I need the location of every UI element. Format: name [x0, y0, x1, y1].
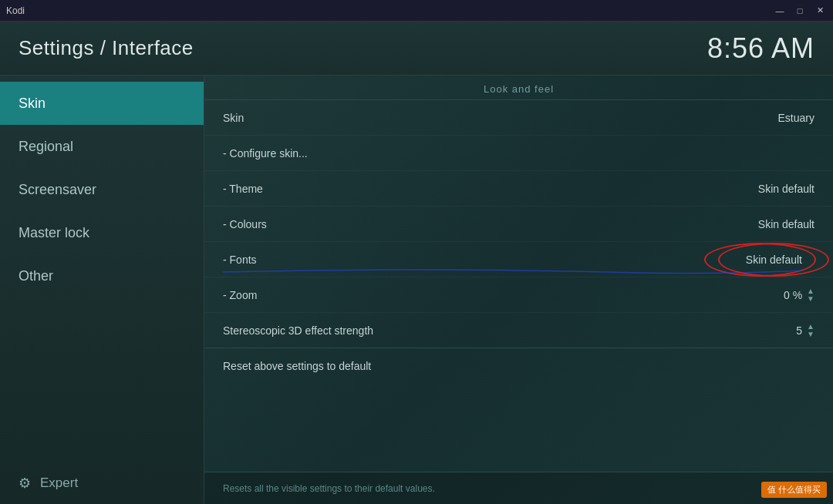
gear-icon: ⚙ — [19, 475, 31, 492]
watermark-text: 值 什么值得买 — [767, 484, 821, 496]
expert-label: Expert — [40, 475, 78, 491]
sidebar-item-regional-label: Regional — [19, 139, 73, 155]
stereo-down-arrow[interactable]: ▼ — [807, 331, 814, 338]
stereo-arrows[interactable]: ▲ ▼ — [807, 323, 814, 338]
setting-value-skin: Estuary — [778, 112, 814, 124]
setting-label-fonts: - Fonts — [223, 254, 257, 266]
bottom-bar: Resets all the visible settings to their… — [204, 472, 833, 504]
minimize-button[interactable]: — — [773, 4, 787, 18]
setting-label-skin: Skin — [223, 112, 244, 124]
setting-row-colours[interactable]: - Colours Skin default — [204, 207, 833, 242]
setting-value-stereo: 5 — [796, 324, 802, 337]
setting-value-zoom: 0 % — [784, 289, 802, 301]
setting-row-theme[interactable]: - Theme Skin default — [204, 171, 833, 207]
close-button[interactable]: ✕ — [813, 4, 827, 18]
sidebar: Skin Regional Screensaver Master lock Ot… — [0, 76, 204, 504]
setting-value-colours: Skin default — [758, 218, 814, 230]
setting-label-theme: - Theme — [223, 183, 263, 195]
page-title: Settings / Interface — [19, 36, 194, 60]
settings-list: Skin Estuary - Configure skin... - Theme… — [204, 100, 833, 472]
setting-row-configure-skin[interactable]: - Configure skin... — [204, 136, 833, 171]
zoom-control: 0 % ▲ ▼ — [784, 287, 814, 303]
setting-label-reset: Reset above settings to default — [223, 360, 371, 372]
setting-row-skin[interactable]: Skin Estuary — [204, 100, 833, 136]
restore-button[interactable]: □ — [793, 4, 807, 18]
stereo-control: 5 ▲ ▼ — [796, 323, 814, 338]
zoom-down-arrow[interactable]: ▼ — [807, 295, 814, 303]
setting-row-zoom[interactable]: - Zoom 0 % ▲ ▼ — [204, 277, 833, 313]
setting-value-theme: Skin default — [758, 183, 814, 195]
content-area: Look and feel Skin Estuary - Configure s… — [204, 76, 833, 504]
expert-mode-button[interactable]: ⚙ Expert — [0, 462, 204, 504]
setting-label-configure-skin: - Configure skin... — [223, 147, 308, 160]
setting-row-stereo[interactable]: Stereoscopic 3D effect strength 5 ▲ ▼ — [204, 313, 833, 348]
titlebar: Kodi — □ ✕ — [0, 0, 833, 22]
sidebar-item-screensaver-label: Screensaver — [19, 182, 96, 198]
setting-value-fonts: Skin default — [734, 254, 814, 266]
setting-label-stereo: Stereoscopic 3D effect strength — [223, 324, 373, 337]
header: Settings / Interface 8:56 AM — [0, 22, 833, 76]
sidebar-item-master-lock[interactable]: Master lock — [0, 211, 204, 254]
zoom-arrows[interactable]: ▲ ▼ — [807, 287, 814, 303]
setting-label-colours: - Colours — [223, 218, 267, 230]
sidebar-item-master-lock-label: Master lock — [19, 225, 89, 241]
clock-display: 8:56 AM — [707, 32, 814, 65]
sidebar-item-regional[interactable]: Regional — [0, 125, 204, 168]
bottom-hint-text: Resets all the visible settings to their… — [223, 483, 435, 494]
setting-row-reset[interactable]: Reset above settings to default — [204, 348, 833, 384]
sidebar-nav: Skin Regional Screensaver Master lock Ot… — [0, 76, 204, 297]
setting-row-fonts[interactable]: - Fonts Skin default — [204, 242, 833, 277]
sidebar-item-other[interactable]: Other — [0, 254, 204, 297]
section-header: Look and feel — [204, 76, 833, 100]
sidebar-item-screensaver[interactable]: Screensaver — [0, 168, 204, 211]
sidebar-item-skin-label: Skin — [19, 96, 46, 112]
sidebar-item-other-label: Other — [19, 268, 53, 284]
setting-label-zoom: - Zoom — [223, 289, 257, 301]
window-controls: — □ ✕ — [773, 4, 827, 18]
sidebar-item-skin[interactable]: Skin — [0, 82, 204, 125]
main-layout: Skin Regional Screensaver Master lock Ot… — [0, 76, 833, 504]
zoom-up-arrow[interactable]: ▲ — [807, 287, 814, 295]
stereo-up-arrow[interactable]: ▲ — [807, 323, 814, 331]
watermark: 值 什么值得买 — [761, 482, 827, 498]
app-title: Kodi — [6, 5, 25, 16]
